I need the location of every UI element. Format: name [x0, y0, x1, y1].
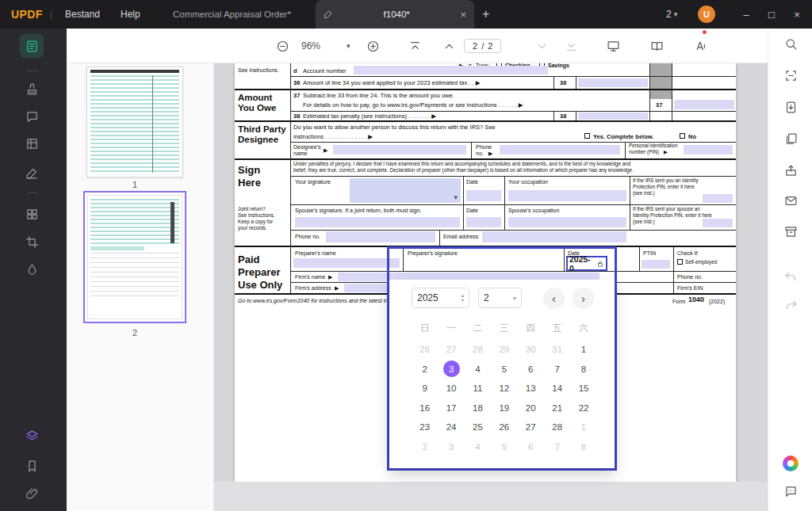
- undo-icon[interactable]: [781, 267, 800, 286]
- designee-name-field[interactable]: [333, 145, 466, 154]
- calendar-day[interactable]: 5: [491, 360, 517, 379]
- zoom-out-icon[interactable]: [276, 29, 289, 63]
- tab-commercial-appraisal-order[interactable]: Commercial Appraisal Order*: [173, 0, 291, 29]
- bookmark-icon[interactable]: [20, 454, 44, 478]
- calendar-day[interactable]: 8: [570, 437, 596, 457]
- compress-icon[interactable]: [781, 97, 800, 116]
- designee-phone-field[interactable]: [500, 145, 620, 154]
- search-icon[interactable]: [781, 34, 800, 53]
- calendar-day[interactable]: 7: [544, 360, 570, 379]
- page-2-thumbnail[interactable]: [83, 191, 186, 323]
- share-icon[interactable]: [781, 161, 800, 180]
- spouse-occupation-field[interactable]: [508, 217, 626, 227]
- your-occupation-field[interactable]: [508, 190, 626, 201]
- menu-help[interactable]: Help: [121, 0, 140, 29]
- year-select[interactable]: 2025 ▴▾: [412, 288, 469, 308]
- crop-icon[interactable]: [20, 230, 44, 254]
- reading-mode-icon[interactable]: [650, 29, 664, 63]
- email-icon[interactable]: [781, 191, 800, 210]
- line37-amount-field[interactable]: [674, 100, 734, 109]
- calendar-day[interactable]: 11: [465, 379, 491, 399]
- zoom-level[interactable]: 96%: [301, 29, 320, 63]
- line36-amount-field[interactable]: [578, 78, 648, 87]
- page-indicator[interactable]: 2/2: [464, 29, 501, 63]
- maximize-button[interactable]: □: [760, 0, 783, 29]
- calendar-day[interactable]: 26: [412, 340, 438, 360]
- close-window-button[interactable]: ×: [785, 0, 809, 29]
- account-number-field[interactable]: [354, 66, 548, 74]
- spinner-icon[interactable]: ▴▾: [462, 293, 464, 303]
- go-last-page-icon[interactable]: [565, 29, 578, 63]
- calendar-day[interactable]: 9: [412, 379, 438, 399]
- calendar-day[interactable]: 12: [491, 379, 517, 399]
- calendar-day[interactable]: 17: [438, 399, 464, 418]
- calendar-day[interactable]: 6: [518, 437, 544, 457]
- calendar-day[interactable]: 28: [544, 418, 570, 437]
- page-thumbnails-icon[interactable]: [20, 34, 44, 58]
- calendar-day[interactable]: 7: [544, 437, 570, 457]
- page-1-thumbnail[interactable]: [86, 67, 183, 177]
- next-month-button[interactable]: ›: [573, 288, 594, 309]
- calendar-day[interactable]: 23: [412, 418, 438, 437]
- month-select[interactable]: 2 ▾: [478, 288, 522, 308]
- calendar-day[interactable]: 31: [544, 340, 570, 360]
- date-input[interactable]: 2025-0: [566, 256, 607, 271]
- calendar-day[interactable]: 4: [465, 360, 491, 379]
- ocr-icon[interactable]: [781, 66, 800, 85]
- phone-field[interactable]: [326, 231, 435, 242]
- organize-pages-icon[interactable]: [20, 202, 44, 226]
- signature-field-dropdown[interactable]: ▾: [350, 178, 461, 203]
- preparer-name-field[interactable]: [293, 258, 400, 268]
- calendar-day[interactable]: 24: [438, 418, 464, 437]
- calendar-day[interactable]: 29: [491, 340, 517, 360]
- previous-page-icon[interactable]: [442, 29, 456, 63]
- spouse-identity-pin-field[interactable]: [703, 219, 733, 227]
- signature-icon[interactable]: [20, 161, 44, 185]
- calendar-day[interactable]: 2: [412, 360, 438, 379]
- calendar-day[interactable]: 26: [491, 418, 517, 437]
- calendar-day[interactable]: 27: [438, 340, 464, 360]
- archive-icon[interactable]: [781, 222, 800, 241]
- line38-amount-field[interactable]: [578, 112, 648, 120]
- calendar-day[interactable]: 21: [544, 399, 570, 418]
- calendar-day[interactable]: 25: [465, 418, 491, 437]
- calendar-day[interactable]: 6: [518, 360, 544, 379]
- stamp-icon[interactable]: [20, 77, 44, 101]
- date-field[interactable]: [466, 190, 501, 201]
- layers-icon[interactable]: [20, 424, 44, 448]
- calendar-day[interactable]: 14: [544, 379, 570, 399]
- calendar-day[interactable]: 2: [412, 437, 438, 457]
- go-first-page-icon[interactable]: [408, 29, 422, 63]
- read-aloud-icon[interactable]: [694, 29, 707, 63]
- menu-bestand[interactable]: Bestand: [65, 0, 100, 29]
- close-tab-icon[interactable]: ×: [460, 9, 466, 21]
- tab-f1040[interactable]: f1040* ×: [316, 0, 474, 29]
- spouse-signature-field[interactable]: [295, 217, 460, 227]
- updf-logo[interactable]: UPDF: [11, 0, 43, 29]
- calendar-day[interactable]: 27: [518, 418, 544, 437]
- calendar-day[interactable]: 30: [518, 340, 544, 360]
- calendar-day[interactable]: 5: [491, 437, 517, 457]
- calendar-day[interactable]: 13: [518, 379, 544, 399]
- calendar-day[interactable]: 18: [465, 399, 491, 418]
- calendar-day[interactable]: 10: [438, 379, 464, 399]
- calendar-day[interactable]: 1: [570, 418, 596, 437]
- designee-yes-checkbox[interactable]: [584, 133, 590, 139]
- redo-icon[interactable]: [781, 296, 800, 315]
- tab-count-dropdown[interactable]: 2▾: [666, 0, 677, 29]
- spouse-date-field[interactable]: [466, 217, 501, 227]
- identity-pin-field[interactable]: [703, 194, 733, 203]
- form-icon[interactable]: [20, 132, 44, 155]
- presentation-icon[interactable]: [607, 29, 620, 63]
- email-field[interactable]: [482, 231, 626, 242]
- minimize-button[interactable]: –: [734, 0, 758, 29]
- calendar-day[interactable]: 3: [438, 360, 464, 379]
- calendar-day[interactable]: 3: [438, 437, 464, 457]
- comment-icon[interactable]: [20, 105, 44, 128]
- designee-no-checkbox[interactable]: [680, 133, 685, 139]
- previous-month-button[interactable]: ‹: [543, 288, 565, 309]
- designee-pin-field[interactable]: [684, 145, 733, 154]
- calendar-day[interactable]: 20: [518, 399, 544, 418]
- self-employed-checkbox[interactable]: [677, 259, 683, 265]
- avatar[interactable]: U: [698, 0, 715, 29]
